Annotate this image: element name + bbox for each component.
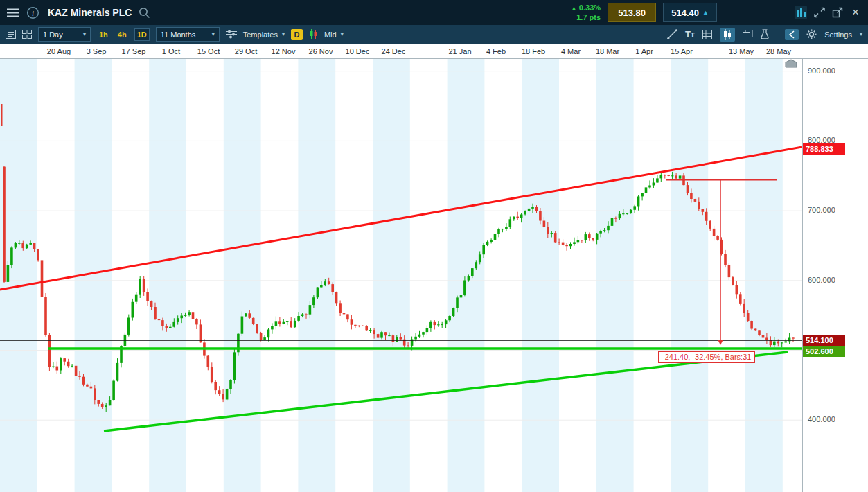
price-tick-label: 400.000 <box>808 415 835 423</box>
quick-period-4h[interactable]: 4h <box>116 29 129 40</box>
date-label: 4 Feb <box>486 47 506 55</box>
date-label: 18 Feb <box>522 47 545 55</box>
date-label: 15 Oct <box>197 47 220 55</box>
range-dropdown[interactable]: 11 Months ▾ <box>156 27 220 42</box>
search-icon[interactable] <box>139 7 150 19</box>
scroll-handle-icon[interactable] <box>785 59 797 68</box>
quick-period-1h[interactable]: 1h <box>97 29 110 40</box>
toolbar-right-group: Tт Settings ▾ <box>667 28 862 42</box>
date-label: 20 Aug <box>47 47 71 55</box>
expand-icon[interactable] <box>814 7 825 18</box>
chart-window: i KAZ Minerals PLC ▲0.33% 1.7 pts 513.80… <box>0 0 868 492</box>
date-label: 24 Dec <box>382 47 406 55</box>
menu-icon[interactable] <box>7 8 19 17</box>
layout-grid-icon[interactable] <box>22 30 32 39</box>
quick-period-1D[interactable]: 1D <box>134 28 150 41</box>
change-percent: 0.33% <box>579 3 601 12</box>
chart-toolbar: 1 Day ▾ 1h4h1D 11 Months ▾ Templates ▾ D… <box>0 25 868 44</box>
date-label: 29 Oct <box>235 47 257 55</box>
up-arrow-icon: ▲ <box>571 5 577 12</box>
chevron-down-icon: ▾ <box>282 31 285 37</box>
chevron-down-icon: ▾ <box>212 31 215 37</box>
templates-label: Templates <box>243 30 278 39</box>
buy-price-value: 514.40 <box>671 8 699 18</box>
popout-icon[interactable] <box>832 7 843 18</box>
price-change: ▲0.33% 1.7 pts <box>571 3 601 22</box>
draw-line-icon[interactable] <box>667 29 677 39</box>
date-label: 3 Sep <box>87 47 107 55</box>
date-label: 18 Mar <box>596 47 619 55</box>
trendline-price-tag: 788.833 <box>803 143 845 155</box>
quick-periods: 1h4h1D <box>97 28 150 41</box>
chevron-down-icon[interactable]: ▾ <box>860 31 862 37</box>
buy-up-arrow-icon: ▲ <box>702 9 709 16</box>
candlestick-plot[interactable] <box>0 59 802 492</box>
price-tick-label: 900.000 <box>808 67 835 75</box>
chart-type-candles-button[interactable] <box>720 28 735 42</box>
date-label: 26 Nov <box>309 47 333 55</box>
date-label: 1 Oct <box>162 47 180 55</box>
current-price-tag: 514.100 <box>803 335 845 346</box>
price-mode-value: Mid <box>324 30 337 39</box>
price-axis[interactable]: 400.000500.000600.000700.000800.000900.0… <box>802 59 868 492</box>
buy-price-button[interactable]: 514.40 ▲ <box>663 3 717 22</box>
date-label: 13 May <box>729 47 754 55</box>
sliders-icon[interactable] <box>226 30 237 39</box>
interval-badge[interactable]: D <box>291 29 303 40</box>
text-tool-icon[interactable]: Tт <box>685 29 695 39</box>
compare-icon[interactable] <box>743 30 753 39</box>
instrument-title: KAZ Minerals PLC <box>48 7 132 18</box>
date-label: 17 Sep <box>122 47 146 55</box>
chevron-down-icon: ▾ <box>341 31 344 37</box>
svg-text:i: i <box>32 8 34 17</box>
date-label: 21 Jan <box>448 47 471 55</box>
candlestick-mini-icon <box>309 29 318 39</box>
depth-chart-icon[interactable] <box>795 6 807 19</box>
templates-dropdown[interactable]: Templates ▾ <box>243 30 285 39</box>
date-label: 15 Apr <box>671 47 693 55</box>
period-dropdown[interactable]: 1 Day ▾ <box>38 27 91 42</box>
change-points: 1.7 pts <box>576 13 601 22</box>
date-label: 12 Nov <box>272 47 296 55</box>
settings-label[interactable]: Settings <box>824 30 852 39</box>
range-value: 11 Months <box>161 30 196 39</box>
date-axis[interactable]: 20 Aug3 Sep17 Sep1 Oct15 Oct29 Oct12 Nov… <box>0 44 868 59</box>
gear-icon[interactable] <box>806 29 817 39</box>
panel-list-icon[interactable] <box>6 30 16 39</box>
info-icon[interactable]: i <box>26 6 39 19</box>
price-chart[interactable]: -241.40, -32.45%, Bars:31 <box>0 59 802 492</box>
toolbar-separator <box>777 29 777 40</box>
price-mode-dropdown[interactable]: Mid ▾ <box>324 30 344 39</box>
period-value: 1 Day <box>43 30 63 39</box>
back-button[interactable] <box>785 29 799 40</box>
bands-layer <box>0 59 783 492</box>
grid-icon[interactable] <box>702 30 712 39</box>
measurement-label[interactable]: -241.40, -32.45%, Bars:31 <box>658 351 755 363</box>
beaker-icon[interactable] <box>761 29 769 39</box>
date-label: 1 Apr <box>635 47 653 55</box>
chevron-down-icon: ▾ <box>83 31 86 37</box>
window-titlebar: i KAZ Minerals PLC ▲0.33% 1.7 pts 513.80… <box>0 0 868 25</box>
date-label: 28 May <box>766 47 791 55</box>
price-tick-label: 600.000 <box>808 276 835 284</box>
price-tick-label: 700.000 <box>808 206 835 214</box>
sell-price-button[interactable]: 513.80 <box>608 3 656 22</box>
support-price-tag: 502.600 <box>803 346 845 357</box>
date-label: 4 Mar <box>561 47 581 55</box>
date-label: 10 Dec <box>346 47 370 55</box>
